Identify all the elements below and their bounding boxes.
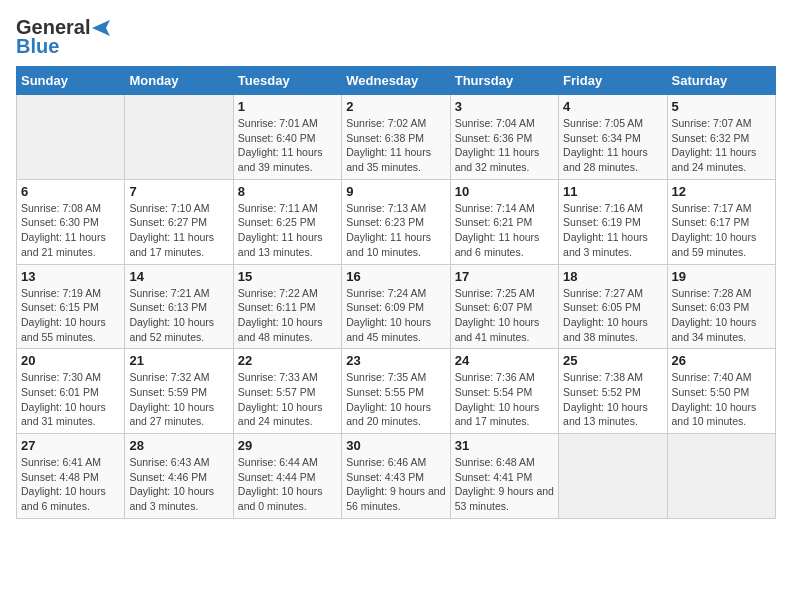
calendar-cell: 10Sunrise: 7:14 AM Sunset: 6:21 PM Dayli…	[450, 179, 558, 264]
day-info: Sunrise: 7:25 AM Sunset: 6:07 PM Dayligh…	[455, 286, 554, 345]
day-info: Sunrise: 6:44 AM Sunset: 4:44 PM Dayligh…	[238, 455, 337, 514]
calendar-cell: 12Sunrise: 7:17 AM Sunset: 6:17 PM Dayli…	[667, 179, 775, 264]
day-number: 19	[672, 269, 771, 284]
day-info: Sunrise: 6:48 AM Sunset: 4:41 PM Dayligh…	[455, 455, 554, 514]
day-number: 29	[238, 438, 337, 453]
day-number: 30	[346, 438, 445, 453]
day-info: Sunrise: 7:19 AM Sunset: 6:15 PM Dayligh…	[21, 286, 120, 345]
day-info: Sunrise: 7:17 AM Sunset: 6:17 PM Dayligh…	[672, 201, 771, 260]
calendar-cell	[17, 95, 125, 180]
weekday-header-row: SundayMondayTuesdayWednesdayThursdayFrid…	[17, 67, 776, 95]
day-info: Sunrise: 7:22 AM Sunset: 6:11 PM Dayligh…	[238, 286, 337, 345]
calendar-week-row: 1Sunrise: 7:01 AM Sunset: 6:40 PM Daylig…	[17, 95, 776, 180]
day-number: 4	[563, 99, 662, 114]
calendar-cell: 13Sunrise: 7:19 AM Sunset: 6:15 PM Dayli…	[17, 264, 125, 349]
calendar-cell: 30Sunrise: 6:46 AM Sunset: 4:43 PM Dayli…	[342, 434, 450, 519]
logo: General Blue	[16, 16, 110, 58]
day-info: Sunrise: 7:36 AM Sunset: 5:54 PM Dayligh…	[455, 370, 554, 429]
weekday-header-friday: Friday	[559, 67, 667, 95]
calendar-cell: 1Sunrise: 7:01 AM Sunset: 6:40 PM Daylig…	[233, 95, 341, 180]
calendar-cell	[559, 434, 667, 519]
calendar-cell: 3Sunrise: 7:04 AM Sunset: 6:36 PM Daylig…	[450, 95, 558, 180]
day-info: Sunrise: 7:04 AM Sunset: 6:36 PM Dayligh…	[455, 116, 554, 175]
calendar-cell: 20Sunrise: 7:30 AM Sunset: 6:01 PM Dayli…	[17, 349, 125, 434]
calendar-cell: 28Sunrise: 6:43 AM Sunset: 4:46 PM Dayli…	[125, 434, 233, 519]
calendar-table: SundayMondayTuesdayWednesdayThursdayFrid…	[16, 66, 776, 519]
weekday-header-thursday: Thursday	[450, 67, 558, 95]
day-number: 18	[563, 269, 662, 284]
calendar-cell: 9Sunrise: 7:13 AM Sunset: 6:23 PM Daylig…	[342, 179, 450, 264]
day-number: 21	[129, 353, 228, 368]
weekday-header-tuesday: Tuesday	[233, 67, 341, 95]
day-info: Sunrise: 7:02 AM Sunset: 6:38 PM Dayligh…	[346, 116, 445, 175]
day-number: 6	[21, 184, 120, 199]
calendar-cell: 19Sunrise: 7:28 AM Sunset: 6:03 PM Dayli…	[667, 264, 775, 349]
calendar-cell: 18Sunrise: 7:27 AM Sunset: 6:05 PM Dayli…	[559, 264, 667, 349]
day-info: Sunrise: 6:46 AM Sunset: 4:43 PM Dayligh…	[346, 455, 445, 514]
calendar-cell: 21Sunrise: 7:32 AM Sunset: 5:59 PM Dayli…	[125, 349, 233, 434]
day-info: Sunrise: 7:32 AM Sunset: 5:59 PM Dayligh…	[129, 370, 228, 429]
day-info: Sunrise: 7:13 AM Sunset: 6:23 PM Dayligh…	[346, 201, 445, 260]
calendar-cell: 15Sunrise: 7:22 AM Sunset: 6:11 PM Dayli…	[233, 264, 341, 349]
calendar-cell: 16Sunrise: 7:24 AM Sunset: 6:09 PM Dayli…	[342, 264, 450, 349]
calendar-cell	[125, 95, 233, 180]
calendar-cell: 2Sunrise: 7:02 AM Sunset: 6:38 PM Daylig…	[342, 95, 450, 180]
day-info: Sunrise: 7:28 AM Sunset: 6:03 PM Dayligh…	[672, 286, 771, 345]
day-info: Sunrise: 7:10 AM Sunset: 6:27 PM Dayligh…	[129, 201, 228, 260]
day-number: 22	[238, 353, 337, 368]
calendar-week-row: 20Sunrise: 7:30 AM Sunset: 6:01 PM Dayli…	[17, 349, 776, 434]
calendar-cell: 5Sunrise: 7:07 AM Sunset: 6:32 PM Daylig…	[667, 95, 775, 180]
day-info: Sunrise: 7:40 AM Sunset: 5:50 PM Dayligh…	[672, 370, 771, 429]
day-info: Sunrise: 7:24 AM Sunset: 6:09 PM Dayligh…	[346, 286, 445, 345]
calendar-week-row: 27Sunrise: 6:41 AM Sunset: 4:48 PM Dayli…	[17, 434, 776, 519]
weekday-header-monday: Monday	[125, 67, 233, 95]
day-number: 13	[21, 269, 120, 284]
day-number: 15	[238, 269, 337, 284]
day-info: Sunrise: 7:30 AM Sunset: 6:01 PM Dayligh…	[21, 370, 120, 429]
day-info: Sunrise: 6:41 AM Sunset: 4:48 PM Dayligh…	[21, 455, 120, 514]
day-number: 8	[238, 184, 337, 199]
calendar-cell: 25Sunrise: 7:38 AM Sunset: 5:52 PM Dayli…	[559, 349, 667, 434]
calendar-cell: 4Sunrise: 7:05 AM Sunset: 6:34 PM Daylig…	[559, 95, 667, 180]
day-number: 3	[455, 99, 554, 114]
logo-bird-icon	[92, 20, 110, 36]
calendar-cell	[667, 434, 775, 519]
day-number: 23	[346, 353, 445, 368]
calendar-cell: 22Sunrise: 7:33 AM Sunset: 5:57 PM Dayli…	[233, 349, 341, 434]
page-header: General Blue	[16, 16, 776, 58]
weekday-header-saturday: Saturday	[667, 67, 775, 95]
day-info: Sunrise: 7:33 AM Sunset: 5:57 PM Dayligh…	[238, 370, 337, 429]
calendar-cell: 6Sunrise: 7:08 AM Sunset: 6:30 PM Daylig…	[17, 179, 125, 264]
logo-blue-text: Blue	[16, 35, 59, 58]
day-info: Sunrise: 7:35 AM Sunset: 5:55 PM Dayligh…	[346, 370, 445, 429]
calendar-cell: 27Sunrise: 6:41 AM Sunset: 4:48 PM Dayli…	[17, 434, 125, 519]
calendar-cell: 11Sunrise: 7:16 AM Sunset: 6:19 PM Dayli…	[559, 179, 667, 264]
day-number: 14	[129, 269, 228, 284]
day-number: 5	[672, 99, 771, 114]
day-number: 9	[346, 184, 445, 199]
calendar-cell: 14Sunrise: 7:21 AM Sunset: 6:13 PM Dayli…	[125, 264, 233, 349]
day-number: 20	[21, 353, 120, 368]
day-info: Sunrise: 7:01 AM Sunset: 6:40 PM Dayligh…	[238, 116, 337, 175]
day-number: 31	[455, 438, 554, 453]
day-info: Sunrise: 7:38 AM Sunset: 5:52 PM Dayligh…	[563, 370, 662, 429]
day-info: Sunrise: 7:08 AM Sunset: 6:30 PM Dayligh…	[21, 201, 120, 260]
day-number: 12	[672, 184, 771, 199]
day-number: 25	[563, 353, 662, 368]
svg-marker-0	[92, 20, 110, 36]
day-number: 24	[455, 353, 554, 368]
day-number: 1	[238, 99, 337, 114]
day-info: Sunrise: 6:43 AM Sunset: 4:46 PM Dayligh…	[129, 455, 228, 514]
calendar-cell: 31Sunrise: 6:48 AM Sunset: 4:41 PM Dayli…	[450, 434, 558, 519]
day-number: 26	[672, 353, 771, 368]
calendar-cell: 29Sunrise: 6:44 AM Sunset: 4:44 PM Dayli…	[233, 434, 341, 519]
calendar-cell: 24Sunrise: 7:36 AM Sunset: 5:54 PM Dayli…	[450, 349, 558, 434]
day-info: Sunrise: 7:27 AM Sunset: 6:05 PM Dayligh…	[563, 286, 662, 345]
day-info: Sunrise: 7:16 AM Sunset: 6:19 PM Dayligh…	[563, 201, 662, 260]
calendar-cell: 26Sunrise: 7:40 AM Sunset: 5:50 PM Dayli…	[667, 349, 775, 434]
calendar-week-row: 6Sunrise: 7:08 AM Sunset: 6:30 PM Daylig…	[17, 179, 776, 264]
day-number: 10	[455, 184, 554, 199]
day-number: 16	[346, 269, 445, 284]
day-info: Sunrise: 7:07 AM Sunset: 6:32 PM Dayligh…	[672, 116, 771, 175]
day-number: 11	[563, 184, 662, 199]
